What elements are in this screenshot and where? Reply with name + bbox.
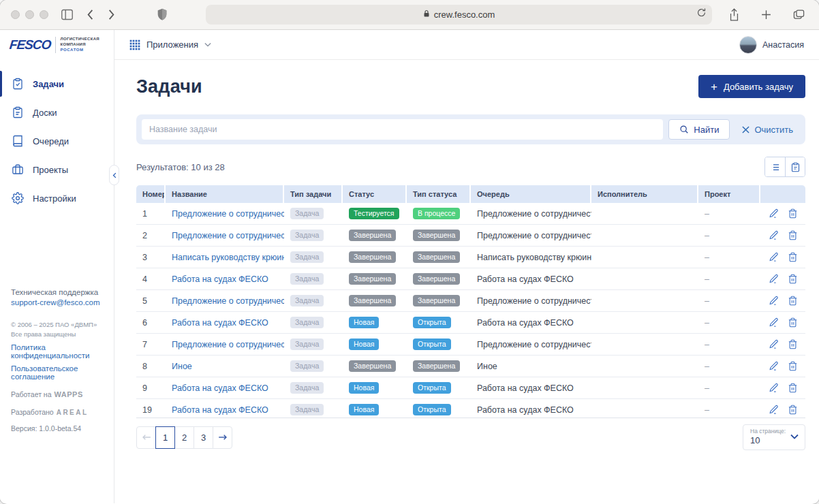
delete-icon[interactable]: [788, 405, 798, 415]
page-button-2[interactable]: 2: [174, 426, 194, 449]
delete-icon[interactable]: [788, 317, 798, 328]
delete-icon[interactable]: [788, 383, 798, 393]
task-type-badge: Задача: [290, 338, 324, 351]
sidebar-item-projects[interactable]: Проекты: [0, 155, 114, 184]
cell-queue: Иное: [471, 362, 591, 371]
new-tab-icon[interactable]: [758, 6, 775, 23]
edit-icon[interactable]: [769, 405, 779, 415]
status-type-badge: Открыта: [413, 382, 451, 394]
table-row[interactable]: 5 Предложение о сотрудничестве Задача За…: [136, 290, 805, 312]
edit-icon[interactable]: [769, 383, 779, 393]
browser-window: crew.fesco.com FESCO ЛОГИСТИЧЕСКАЯ: [0, 0, 819, 504]
next-page-button[interactable]: [213, 426, 232, 449]
sidebar-item-tasks[interactable]: Задачи: [0, 69, 114, 98]
column-header: Статус: [343, 185, 407, 203]
task-name-link[interactable]: Работа на судах ФЕСКО: [172, 383, 268, 393]
share-icon[interactable]: [726, 5, 743, 25]
edit-icon[interactable]: [769, 339, 779, 349]
task-name-link[interactable]: Работа на судах ФЕСКО: [172, 274, 268, 284]
support-email-link[interactable]: support-crew@fesco.com: [11, 298, 103, 306]
user-menu[interactable]: Анастасия: [739, 36, 804, 54]
table-row[interactable]: 9 Работа на судах ФЕСКО Задача Новая Отк…: [136, 377, 805, 399]
back-button[interactable]: [83, 6, 97, 23]
table-row[interactable]: 4 Работа на судах ФЕСКО Задача Завершена…: [136, 268, 805, 290]
task-name-link[interactable]: Предложение о сотрудничестве: [172, 209, 284, 219]
projects-icon: [12, 163, 24, 176]
sidebar-collapse-button[interactable]: [109, 165, 119, 185]
delete-icon[interactable]: [788, 339, 798, 349]
edit-icon[interactable]: [769, 230, 779, 240]
privacy-shield-icon[interactable]: [154, 5, 170, 24]
page-button-1[interactable]: 1: [155, 426, 175, 449]
table-row[interactable]: 8 Иное Задача Завершена Завершена Иное –: [136, 356, 805, 377]
toolbar-right-actions: [726, 5, 808, 25]
task-type-badge: Задача: [290, 208, 324, 220]
add-task-button[interactable]: + Добавить задачу: [698, 75, 805, 98]
apps-menu-button[interactable]: Приложения: [129, 40, 211, 50]
column-header: Очередь: [471, 185, 591, 203]
page-button-3[interactable]: 3: [194, 426, 213, 449]
edit-icon[interactable]: [769, 274, 779, 284]
task-name-link[interactable]: Работа на судах ФЕСКО: [172, 405, 268, 415]
privacy-policy-link[interactable]: Политика конфиденциальности: [11, 343, 103, 360]
delete-icon[interactable]: [788, 230, 798, 240]
sidebar-item-queues[interactable]: Очереди: [0, 127, 114, 155]
lock-icon: [423, 10, 430, 20]
maximize-window-button[interactable]: [40, 10, 48, 19]
tab-overview-icon[interactable]: [790, 6, 808, 23]
edit-icon[interactable]: [769, 317, 779, 328]
table-row[interactable]: 19 Работа на судах ФЕСКО Задача Новая От…: [136, 399, 805, 418]
reload-button[interactable]: [696, 7, 707, 20]
delete-icon[interactable]: [788, 252, 798, 262]
edit-icon[interactable]: [769, 252, 779, 262]
task-name-link[interactable]: Иное: [172, 362, 192, 371]
address-bar[interactable]: crew.fesco.com: [206, 5, 712, 25]
sidebar-item-settings[interactable]: Настройки: [0, 184, 114, 212]
cell-number: 19: [136, 405, 166, 415]
pagination-row: 123 На странице: 10: [136, 424, 805, 450]
find-button[interactable]: Найти: [668, 119, 730, 140]
prev-page-button[interactable]: [136, 426, 156, 449]
sidebar-item-boards[interactable]: Доски: [0, 98, 114, 127]
table-row[interactable]: 6 Работа на судах ФЕСКО Задача Новая Отк…: [136, 312, 805, 334]
close-window-button[interactable]: [11, 10, 20, 19]
edit-icon[interactable]: [769, 361, 779, 371]
table-row[interactable]: 3 Написать руководству крюинга Задача За…: [136, 247, 805, 268]
per-page-select[interactable]: На странице: 10: [743, 424, 805, 450]
terms-link[interactable]: Пользовательское соглашение: [11, 364, 103, 381]
delete-icon[interactable]: [788, 296, 798, 306]
edit-icon[interactable]: [769, 208, 779, 219]
wapps-logo: WAPPS: [55, 390, 83, 398]
apps-menu-label: Приложения: [146, 40, 198, 50]
task-name-link[interactable]: Предложение о сотрудничестве: [172, 340, 284, 349]
app-root: FESCO ЛОГИСТИЧЕСКАЯ КОМПАНИЯ РОСАТОМ Зад…: [0, 30, 819, 503]
board-view-button[interactable]: [785, 157, 805, 176]
forward-button[interactable]: [104, 6, 119, 23]
results-summary: Результатов: 10 из 28: [136, 162, 225, 172]
table-row[interactable]: 7 Предложение о сотрудничестве Задача Но…: [136, 334, 805, 356]
logo-tagline-1: ЛОГИСТИЧЕСКАЯ: [60, 37, 99, 42]
search-input[interactable]: [142, 119, 663, 140]
task-name-link[interactable]: Написать руководству крюинга: [172, 253, 284, 262]
clear-button[interactable]: Очистить: [735, 119, 800, 140]
task-name-link[interactable]: Предложение о сотрудничестве: [172, 296, 284, 306]
cell-number: 7: [136, 340, 166, 349]
minimize-window-button[interactable]: [25, 10, 34, 19]
status-badge: Завершена: [349, 230, 396, 242]
table-row[interactable]: 2 Предложение о сотрудничестве Задача За…: [136, 225, 805, 247]
plus-icon: +: [711, 81, 717, 93]
developed-by-label: Разработано: [11, 408, 54, 416]
powered-by-label: Работает на: [11, 390, 52, 398]
app-header: Приложения Анастасия: [114, 30, 819, 60]
sidebar-toggle-icon[interactable]: [58, 6, 76, 23]
task-name-link[interactable]: Предложение о сотрудничестве: [172, 231, 284, 240]
edit-icon[interactable]: [769, 296, 779, 306]
delete-icon[interactable]: [788, 208, 798, 219]
delete-icon[interactable]: [788, 361, 798, 371]
delete-icon[interactable]: [788, 274, 798, 284]
task-name-link[interactable]: Работа на судах ФЕСКО: [172, 318, 268, 328]
list-view-button[interactable]: [765, 157, 785, 176]
table-row[interactable]: 1 Предложение о сотрудничестве Задача Те…: [136, 203, 805, 225]
cell-queue: Предложение о сотрудничестве: [471, 231, 591, 240]
arrow-left-icon: [142, 434, 151, 441]
